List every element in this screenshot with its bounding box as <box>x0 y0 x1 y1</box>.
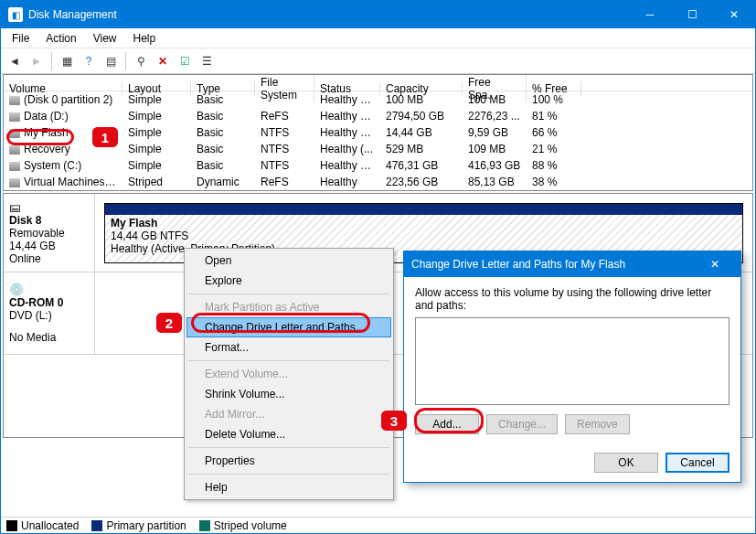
back-button[interactable]: ◄ <box>5 51 25 71</box>
refresh-button[interactable]: ⚲ <box>131 51 151 71</box>
cdrom-nomedia: No Media <box>9 331 89 344</box>
ctx-shrink[interactable]: Shrink Volume... <box>186 384 391 404</box>
volume-cell: Basic <box>191 125 255 140</box>
volume-cell: Dynamic <box>191 175 255 189</box>
ctx-open[interactable]: Open <box>186 251 391 271</box>
dialog-titlebar: Change Drive Letter and Paths for My Fla… <box>404 251 740 277</box>
dialog-description: Allow access to this volume by using the… <box>415 286 729 312</box>
cdrom-info: 💿 CD-ROM 0 DVD (L:) No Media <box>4 272 95 354</box>
legend-striped: Striped volume <box>214 519 287 532</box>
volume-cell: Data (D:) <box>4 109 122 123</box>
dialog-close-button[interactable]: ✕ <box>697 258 733 271</box>
cdrom-drive: DVD (L:) <box>9 309 89 322</box>
volume-cell: 88 % <box>527 158 581 173</box>
volume-cell: NTFS <box>255 125 314 140</box>
volume-cell: 9,59 GB <box>463 125 527 140</box>
disk8-info: 🖴 Disk 8 Removable 14,44 GB Online <box>4 194 95 272</box>
properties-button[interactable]: ☑ <box>175 51 195 71</box>
cdrom-label: CD-ROM 0 <box>9 296 89 309</box>
minimize-button[interactable]: ─ <box>629 1 671 28</box>
volume-cell: Basic <box>191 158 255 173</box>
volume-cell: 38 % <box>527 175 581 189</box>
volume-cell: 416,93 GB <box>463 158 527 173</box>
ctx-explore[interactable]: Explore <box>186 271 391 291</box>
volume-cell: Healthy (P... <box>314 109 380 123</box>
menu-view[interactable]: View <box>86 30 124 47</box>
paths-listbox[interactable] <box>415 317 729 405</box>
volume-cell: Basic <box>191 142 255 156</box>
disk8-size: 14,44 GB <box>9 240 89 252</box>
ctx-extend: Extend Volume... <box>186 364 391 384</box>
ctx-mirror: Add Mirror... <box>186 404 391 424</box>
volume-row[interactable]: Virtual Machines (...StripedDynamicReFSH… <box>4 174 752 190</box>
annotation-ring-1 <box>6 129 74 145</box>
ctx-properties[interactable]: Properties <box>186 451 391 471</box>
volume-row[interactable]: (Disk 0 partition 2)SimpleBasicHealthy (… <box>4 91 752 108</box>
view-top-button[interactable]: ▦ <box>57 51 77 71</box>
volume-cell: 100 % <box>527 92 581 107</box>
menu-file[interactable]: File <box>5 30 37 47</box>
delete-icon[interactable]: ✕ <box>153 51 173 71</box>
volume-cell: 85,13 GB <box>463 175 527 189</box>
volume-cell: Basic <box>191 109 255 123</box>
ctx-help[interactable]: Help <box>186 477 391 497</box>
volume-row[interactable]: Data (D:)SimpleBasicReFSHealthy (P...279… <box>4 108 752 124</box>
volume-cell: Healthy (B... <box>314 158 380 173</box>
annotation-callout-2: 2 <box>156 313 182 333</box>
list-button[interactable]: ☰ <box>197 51 217 71</box>
titlebar: ◧ Disk Management ─ ☐ ✕ <box>1 1 755 28</box>
volume-cell: 109 MB <box>463 142 527 156</box>
annotation-callout-3: 3 <box>381 411 407 431</box>
swatch-striped <box>199 520 210 531</box>
menu-action[interactable]: Action <box>38 30 83 47</box>
volume-cell: 2276,23 ... <box>463 109 527 123</box>
annotation-ring-3 <box>414 408 484 433</box>
disk8-kind: Removable <box>9 227 89 240</box>
volume-cell: Simple <box>122 109 191 123</box>
window-title: Disk Management <box>28 8 117 21</box>
volume-cell: Striped <box>122 175 191 189</box>
volume-cell: 100 MB <box>380 92 463 107</box>
volume-cell: ReFS <box>255 175 314 189</box>
legend-unallocated: Unallocated <box>21 519 79 532</box>
menu-help[interactable]: Help <box>126 30 164 47</box>
volume-cell: Healthy (A... <box>314 125 380 140</box>
volume-cell: System (C:) <box>4 158 122 173</box>
ok-button[interactable]: OK <box>594 453 658 473</box>
volume-cell: Simple <box>122 92 191 107</box>
toolbar: ◄ ► ▦ ? ▤ ⚲ ✕ ☑ ☰ <box>1 48 755 74</box>
volume-cell: 100 MB <box>463 92 527 107</box>
partition-name: My Flash <box>111 217 737 230</box>
close-button[interactable]: ✕ <box>713 1 755 28</box>
ctx-format[interactable]: Format... <box>186 337 391 358</box>
swatch-unallocated <box>6 520 17 531</box>
legend-primary: Primary partition <box>106 519 186 532</box>
volume-cell: 14,44 GB <box>380 125 463 140</box>
disk-management-icon: ◧ <box>8 7 23 22</box>
dialog-title: Change Drive Letter and Paths for My Fla… <box>411 258 625 271</box>
volume-cell: 81 % <box>527 109 581 123</box>
annotation-callout-1: 1 <box>92 127 118 147</box>
volume-row[interactable]: System (C:)SimpleBasicNTFSHealthy (B...4… <box>4 157 752 174</box>
volume-cell: 529 MB <box>380 142 463 156</box>
maximize-button[interactable]: ☐ <box>671 1 713 28</box>
annotation-ring-2 <box>191 313 370 333</box>
volume-cell: Healthy <box>314 175 380 189</box>
context-menu: Open Explore Mark Partition as Active Ch… <box>184 248 394 500</box>
disk8-state: Online <box>9 252 89 265</box>
volume-cell: 476,31 GB <box>380 158 463 173</box>
volume-cell: Virtual Machines (... <box>4 175 122 189</box>
cancel-button[interactable]: Cancel <box>665 453 729 473</box>
volume-cell: Healthy (E... <box>314 92 380 107</box>
forward-button[interactable]: ► <box>27 51 47 71</box>
volume-cell: ReFS <box>255 109 314 123</box>
disk8-label: Disk 8 <box>9 214 89 227</box>
volume-cell: (Disk 0 partition 2) <box>4 92 122 107</box>
swatch-primary <box>91 520 102 531</box>
help-button[interactable]: ? <box>79 51 99 71</box>
volume-cell <box>255 99 314 101</box>
change-button: Change... <box>486 414 558 434</box>
view-bottom-button[interactable]: ▤ <box>101 51 121 71</box>
ctx-delete[interactable]: Delete Volume... <box>186 424 391 444</box>
volume-cell: Healthy (... <box>314 142 380 156</box>
